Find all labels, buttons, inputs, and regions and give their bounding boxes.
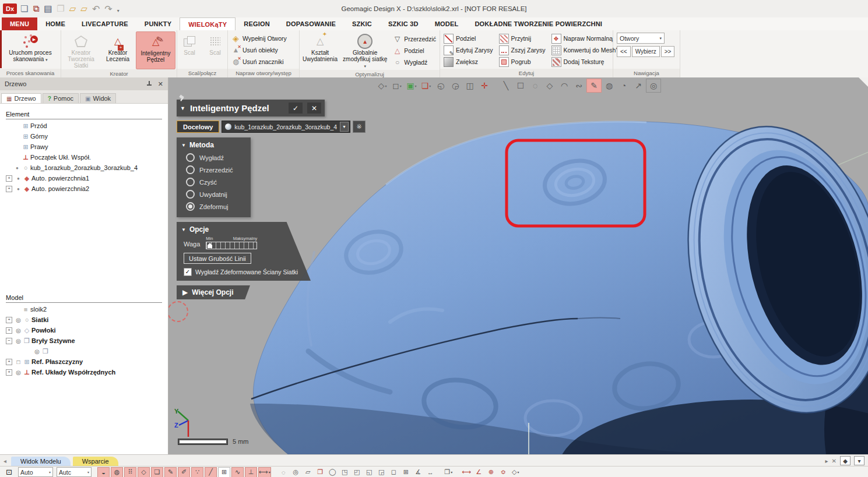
selection-mode-select-1[interactable]: Auto▾ (18, 467, 53, 477)
selmode-torus-icon[interactable]: ◯ (327, 468, 338, 477)
selmode-extent-icon[interactable]: ↔ (425, 468, 436, 477)
tab-dopasowanie[interactable]: DOPASOWANIE (278, 17, 344, 30)
model-item-powloki[interactable]: + ◎ ◇ Powłoki (0, 325, 168, 335)
model-item-ref-plaszczyzny[interactable]: + □ ⊞ Ref. Płaszczyzny (0, 356, 168, 367)
toggle-plane-visibility[interactable]: ⊞ (218, 467, 230, 477)
expand-toggle[interactable]: + (6, 369, 12, 376)
view-rotate-right-icon[interactable]: ◶ (448, 79, 462, 92)
tab-model[interactable]: MODEL (427, 17, 467, 30)
radio-wygladz[interactable]: Wygładź (181, 151, 246, 164)
dropdown-arrow-icon[interactable]: ▼ (340, 122, 349, 132)
toggle-pointcloud-visibility[interactable]: ⠿ (124, 467, 136, 477)
trim-button[interactable]: Przytnij (499, 33, 546, 44)
visibility-eye-icon[interactable]: ◎ (15, 327, 22, 334)
toggle-3dsketch-visibility[interactable]: ✐ (178, 467, 190, 477)
smooth-button[interactable]: ○Wygładź (393, 57, 436, 68)
combine-button[interactable]: Scal (205, 31, 226, 69)
radio-czysc[interactable]: Czyść (181, 176, 246, 188)
selmode-box-icon[interactable]: ❐ (315, 468, 326, 477)
model-item-sloik2[interactable]: ■ sloik2 (0, 304, 168, 315)
tree-item-przod[interactable]: ⊞ Przód (0, 121, 168, 131)
global-remesh-button[interactable]: ▲ Globalnie zmodyfikuj siatkę ▾ (340, 31, 389, 70)
view-rotate-left-icon[interactable]: ◵ (434, 79, 448, 92)
toggle-curve-visibility[interactable]: ╱ (205, 467, 217, 477)
tab-close-icon[interactable]: ✕ (832, 458, 837, 464)
toggle-polyvertex-visibility[interactable]: ◇ (138, 467, 150, 477)
visibility-eye-icon[interactable]: ◎ (33, 348, 41, 355)
paste-selection-icon[interactable]: ❐▾ (443, 468, 454, 477)
dialog-cancel-button[interactable]: ✕ (307, 103, 321, 114)
selmode-sphere-icon[interactable]: ◎ (290, 468, 301, 477)
radio-uwydatnij[interactable]: Uwydatnij (181, 188, 246, 200)
tab-scroll-left-icon[interactable]: ◂ (3, 458, 6, 464)
quickbar-more-icon[interactable]: ▾ (117, 4, 120, 14)
display-boundary-icon[interactable]: ❏▾ (419, 79, 433, 92)
open-options-icon[interactable]: ▱ (80, 3, 87, 14)
tree-item-kub[interactable]: ● ○ kub_1orazkub_2orazkub_3orazkub_4 (0, 162, 168, 173)
more-options-section[interactable]: ▶ Więcej Opcji (177, 285, 250, 299)
save-icon[interactable]: ▤ (44, 3, 52, 14)
reset-selection-button[interactable]: ※ (353, 121, 366, 133)
select-polygon-icon[interactable]: ◇ (543, 79, 557, 92)
radio-icon[interactable] (186, 190, 195, 199)
tab-home[interactable]: HOME (37, 17, 73, 30)
tab-punkty[interactable]: PUNKTY (136, 17, 180, 30)
selmode-face-bottom-icon[interactable]: ◱ (364, 468, 375, 477)
select-sphere-icon[interactable]: ◍ (602, 79, 616, 92)
visibility-eye-icon[interactable]: ◎ (15, 369, 22, 376)
smooth-deformed-checkbox-row[interactable]: ✓ Wygładź Zdeformowane Ściany Siatki (184, 268, 306, 276)
start-scan-button[interactable]: ▶ Uruchom proces skanowania ▾ (1, 31, 59, 69)
measure-thickness-icon[interactable]: ≎ (498, 468, 509, 477)
radio-przerzedzic[interactable]: Przerzedzić (181, 164, 246, 176)
toggle-polyline-visibility[interactable]: ∿ (231, 467, 244, 477)
selmode-face-right-icon[interactable]: ◲ (376, 468, 387, 477)
nav-select-button[interactable]: Wybierz (632, 46, 660, 57)
expand-toggle[interactable]: − (6, 338, 12, 344)
toggle-region-visibility[interactable]: ◍ (111, 467, 123, 477)
selmode-face-top-icon[interactable]: ◳ (339, 468, 350, 477)
tab-szkic[interactable]: SZKIC (344, 17, 380, 30)
app-logo[interactable]: Dx (3, 3, 17, 14)
select-freeform-icon[interactable]: ◠ (557, 79, 571, 92)
remove-objects-button[interactable]: ▲✕Usuń obiekty (231, 45, 287, 56)
redo-icon[interactable]: ↷ (104, 3, 112, 15)
select-circle-icon[interactable]: ◌ (528, 79, 542, 92)
target-button[interactable]: Docelowy (177, 121, 219, 133)
panel-toggle-icon[interactable]: ◆ (840, 456, 851, 465)
display-deviation-icon[interactable]: ▣▾ (405, 79, 419, 92)
open-folder-icon[interactable]: ▱ (69, 3, 76, 14)
select-tool-icon[interactable]: ⊡ (3, 468, 15, 477)
expand-toggle[interactable] (6, 165, 11, 171)
import-file-icon[interactable]: ⧉ (33, 3, 39, 14)
toggle-mesh-visibility[interactable]: ◒ (97, 467, 110, 477)
expand-toggle[interactable] (6, 307, 11, 312)
dialog-ok-button[interactable]: ✓ (289, 103, 303, 114)
mesh-wizard-button[interactable]: Kreator Tworzenia Siatki (62, 31, 100, 69)
selmode-angle-icon[interactable]: ∡ (413, 468, 424, 477)
expand-toggle[interactable] (26, 349, 31, 354)
tree-item-prawy[interactable]: ⊞ Prawy (0, 142, 168, 152)
undo-icon[interactable]: ↶ (92, 3, 100, 15)
selmode-circle-icon[interactable]: ◌ (278, 468, 289, 477)
toggle-surface-visibility[interactable]: ❏ (151, 467, 163, 477)
measure-section-icon[interactable]: ◇▾ (510, 468, 521, 477)
model-item-ref-uklady[interactable]: + ◎ ⊥ Ref. Układy Współrzędnych (0, 367, 168, 377)
selmode-face-all-icon[interactable]: ◻ (388, 468, 399, 477)
edit-boundaries-button[interactable]: Edytuj Zarysy (444, 45, 493, 56)
expand-toggle[interactable]: + (6, 359, 12, 365)
tab-wielokaty[interactable]: WIELOKąTY (180, 17, 236, 30)
select-smart-icon[interactable]: ∾ (572, 79, 586, 92)
sew-boundaries-button[interactable]: Zszyj Zarysy (499, 45, 546, 56)
close-panel-icon[interactable]: ✕ (158, 80, 163, 88)
select-rectangle-icon[interactable]: ☐ (514, 79, 528, 92)
select-brush-icon[interactable]: ✎ (586, 79, 602, 93)
decimate-button[interactable]: ▽Przerzedzić (393, 34, 436, 45)
select-lasso-icon[interactable]: ◔ (617, 79, 631, 92)
set-line-thickness-button[interactable]: Ustaw Grubość Linii (184, 253, 251, 264)
expand-toggle[interactable] (6, 134, 11, 139)
expand-toggle[interactable] (6, 144, 11, 150)
panel-menu-icon[interactable]: ▾ (854, 456, 865, 465)
fix-normals-button[interactable]: ✥Napraw Normalną (551, 33, 613, 44)
tab-szkic-3d[interactable]: SZKIC 3D (380, 17, 427, 30)
tree-item-auto-powierzchnia2[interactable]: + ● ◆ Auto. powierzchnia2 (0, 183, 168, 194)
